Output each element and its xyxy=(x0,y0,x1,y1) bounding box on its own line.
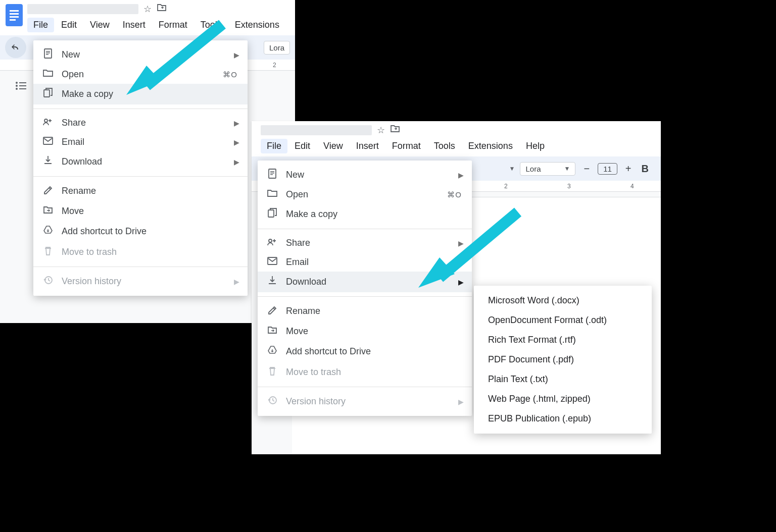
menu-new[interactable]: New ▶ xyxy=(33,44,248,65)
star-icon[interactable]: ☆ xyxy=(377,125,385,136)
menu-help-2[interactable]: Help xyxy=(520,139,551,153)
menu-download-label: Download xyxy=(62,156,102,167)
download-icon xyxy=(42,155,54,168)
menu-extensions-2[interactable]: Extensions xyxy=(462,139,519,153)
menu-file[interactable]: File xyxy=(27,18,54,32)
menu-move-2[interactable]: Move xyxy=(258,322,472,341)
font-family-select[interactable]: Lora xyxy=(264,41,290,55)
docs-logo-icon[interactable] xyxy=(4,3,24,27)
menu-move[interactable]: Move xyxy=(33,201,248,221)
star-icon[interactable]: ☆ xyxy=(143,4,152,15)
share-icon xyxy=(42,117,54,129)
menu-email[interactable]: Email ▶ xyxy=(33,133,248,151)
separator xyxy=(258,296,472,297)
increase-font-button[interactable]: + xyxy=(622,163,635,175)
menu-add-shortcut[interactable]: Add shortcut to Drive xyxy=(33,221,248,242)
menu-insert[interactable]: Insert xyxy=(117,18,152,32)
history-icon xyxy=(42,275,54,288)
svg-rect-2 xyxy=(10,13,19,15)
chevron-right-icon: ▶ xyxy=(234,51,239,59)
copy-icon xyxy=(42,88,54,100)
menu-trash-2: Move to trash xyxy=(258,362,472,383)
download-odt[interactable]: OpenDocument Format (.odt) xyxy=(474,310,652,330)
doc-title-placeholder[interactable] xyxy=(27,4,138,14)
email-icon xyxy=(267,257,278,268)
menu-open-label: Open xyxy=(62,69,84,80)
font-family-select-2[interactable]: Lora ▼ xyxy=(520,162,575,176)
menu-move-label: Move xyxy=(62,206,84,217)
svg-rect-6 xyxy=(19,82,26,83)
chevron-right-icon: ▶ xyxy=(458,398,464,406)
move-icon xyxy=(267,326,278,337)
menu-format-2[interactable]: Format xyxy=(386,139,427,153)
ruler-tick-3: 3 xyxy=(567,183,571,190)
menu-open[interactable]: Open ⌘O xyxy=(33,65,248,84)
ruler-tick-2: 2 xyxy=(504,183,508,190)
svg-rect-28 xyxy=(270,171,274,172)
menu-tools-2[interactable]: Tools xyxy=(428,139,461,153)
menu-file-2[interactable]: File xyxy=(261,139,287,153)
font-size-input[interactable]: 11 xyxy=(598,163,617,175)
menu-tools[interactable]: Tools xyxy=(195,18,228,32)
move-folder-icon[interactable] xyxy=(390,124,400,136)
download-docx[interactable]: Microsoft Word (.docx) xyxy=(474,291,652,310)
rename-icon xyxy=(267,305,278,317)
decrease-font-button[interactable]: − xyxy=(580,163,593,175)
undo-button[interactable] xyxy=(5,37,26,58)
menu-rename[interactable]: Rename xyxy=(33,181,248,201)
menu-download-2[interactable]: Download ▶ xyxy=(258,272,472,292)
menu-add-shortcut-2[interactable]: Add shortcut to Drive xyxy=(258,341,472,362)
menu-download[interactable]: Download ▶ xyxy=(33,151,248,172)
outline-icon[interactable] xyxy=(15,81,27,94)
menu-view-2[interactable]: View xyxy=(317,139,349,153)
svg-rect-31 xyxy=(268,210,274,217)
menu-version[interactable]: Version history ▶ xyxy=(33,271,248,292)
menu-new-2[interactable]: New ▶ xyxy=(258,165,472,185)
menu-share-2[interactable]: Share ▶ xyxy=(258,233,472,253)
menu-email-2[interactable]: Email ▶ xyxy=(258,253,472,272)
dropdown-icon[interactable]: ▼ xyxy=(509,165,515,172)
download-epub[interactable]: EPUB Publication (.epub) xyxy=(474,409,652,429)
menu-share[interactable]: Share ▶ xyxy=(33,113,248,133)
move-folder-icon[interactable] xyxy=(157,3,167,15)
download-rtf[interactable]: Rich Text Format (.rtf) xyxy=(474,330,652,350)
menu-trash-label-2: Move to trash xyxy=(286,367,341,378)
menu-version-2[interactable]: Version history ▶ xyxy=(258,391,472,412)
download-html[interactable]: Web Page (.html, zipped) xyxy=(474,389,652,409)
svg-rect-12 xyxy=(46,51,50,52)
menu-rename-2[interactable]: Rename xyxy=(258,301,472,322)
menu-edit-2[interactable]: Edit xyxy=(288,139,316,153)
dropdown-icon: ▼ xyxy=(564,165,570,172)
svg-rect-1 xyxy=(10,10,19,12)
menu-view[interactable]: View xyxy=(84,18,116,32)
menu-format[interactable]: Format xyxy=(153,18,193,32)
menu-make-copy[interactable]: Make a copy xyxy=(33,84,248,104)
email-icon xyxy=(42,137,54,147)
menubar-2: File Edit View Insert Format Tools Exten… xyxy=(261,136,657,153)
menu-insert-2[interactable]: Insert xyxy=(350,139,385,153)
download-pdf[interactable]: PDF Document (.pdf) xyxy=(474,350,652,369)
menu-open-label-2: Open xyxy=(286,189,308,200)
svg-rect-30 xyxy=(270,174,273,175)
bold-button[interactable]: B xyxy=(640,163,651,175)
svg-rect-4 xyxy=(10,19,16,21)
download-txt[interactable]: Plain Text (.txt) xyxy=(474,369,652,389)
folder-icon xyxy=(267,189,278,200)
menu-extensions[interactable]: Extensions xyxy=(229,18,285,32)
menu-make-copy-label-2: Make a copy xyxy=(286,209,337,220)
folder-icon xyxy=(42,69,54,80)
menu-edit[interactable]: Edit xyxy=(55,18,83,32)
move-icon xyxy=(42,205,54,217)
titlebar: ☆ File Edit View Insert Format Tools Ext… xyxy=(0,0,295,32)
menu-open-2[interactable]: Open ⌘O xyxy=(258,185,472,204)
open-shortcut: ⌘O xyxy=(223,70,237,79)
doc-title-placeholder-2[interactable] xyxy=(261,125,372,135)
drive-shortcut-icon xyxy=(42,225,54,238)
doc-title-row-2: ☆ xyxy=(261,124,657,136)
chevron-right-icon: ▶ xyxy=(458,278,464,286)
font-name: Lora xyxy=(269,43,284,52)
menu-rename-label-2: Rename xyxy=(286,306,320,316)
menu-make-copy-2[interactable]: Make a copy xyxy=(258,204,472,225)
rename-icon xyxy=(42,185,54,197)
menu-version-label: Version history xyxy=(62,276,121,287)
